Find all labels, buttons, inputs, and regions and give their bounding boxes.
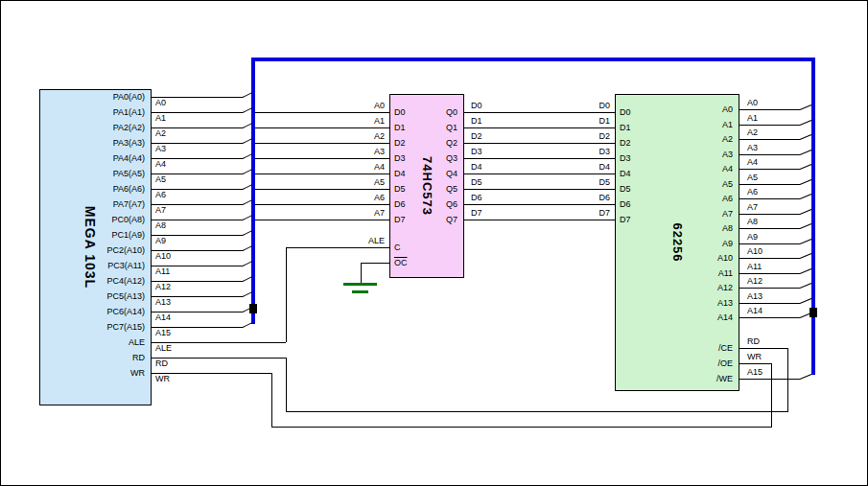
net-label-D2: D2: [598, 132, 610, 141]
pin-label-A11: A11: [718, 268, 733, 278]
wire-segment: [152, 342, 286, 343]
pin-label-WR: WR: [130, 368, 145, 378]
net-label-D0: D0: [598, 102, 610, 110]
pin-label-Q4: Q4: [446, 169, 457, 178]
pin-label-A10: A10: [717, 253, 733, 263]
pin-label-Q3: Q3: [446, 153, 457, 163]
pin-label-PA0(A0): PA0(A0): [113, 92, 145, 102]
net-label-A4: A4: [155, 160, 166, 169]
wire-segment: [464, 174, 615, 174]
pin-label-PA4(A4): PA4(A4): [113, 153, 145, 163]
pin-label-PC4(A12): PC4(A12): [106, 276, 145, 286]
pin-label-PA1(A1): PA1(A1): [113, 107, 145, 117]
gnd-symbol-bar-bottom: [352, 290, 368, 293]
wire-bus-entry-diagonal: [800, 194, 811, 199]
address-bus-left: [251, 58, 255, 324]
pin-label-Q5: Q5: [446, 184, 457, 194]
net-label-A5: A5: [155, 175, 166, 184]
wire-segment: [739, 363, 771, 364]
wire-segment: [739, 303, 800, 304]
pin-label-D5: D5: [620, 184, 631, 194]
pin-label-D7: D7: [620, 215, 631, 224]
wire-segment: [286, 358, 287, 411]
wire-bus-entry-diagonal: [800, 253, 811, 259]
net-label-A6: A6: [747, 188, 758, 197]
pin-label-PA3(A3): PA3(A3): [113, 138, 145, 148]
wire-segment: [739, 154, 800, 155]
wire-segment: [464, 220, 615, 220]
pin-label-A0: A0: [722, 104, 733, 114]
net-label-A14: A14: [747, 307, 762, 315]
net-label-A4: A4: [747, 158, 758, 167]
net-label-A2: A2: [374, 132, 385, 141]
wire-bus-entry-diagonal: [800, 164, 811, 170]
net-label-A4: A4: [374, 163, 385, 172]
pin-label-Q7: Q7: [446, 215, 457, 224]
net-label-A3: A3: [747, 144, 758, 152]
pin-label-PC5(A13): PC5(A13): [106, 291, 145, 301]
pin-label-D6: D6: [620, 199, 631, 209]
net-label-D4: D4: [471, 163, 482, 172]
net-label-A8: A8: [747, 218, 758, 226]
wire-bus-entry-diagonal: [800, 283, 811, 289]
pin-label-OC: OC: [394, 258, 408, 267]
wire-segment: [361, 263, 362, 284]
net-label-D7: D7: [471, 209, 482, 218]
wire-bus-entry-diagonal: [800, 104, 811, 110]
net-label-A3: A3: [374, 148, 385, 156]
pin-label-A2: A2: [722, 134, 733, 144]
pin-label-A8: A8: [722, 223, 733, 233]
pin-label-OE: /OE: [717, 359, 733, 368]
pin-label-D2: D2: [394, 138, 406, 148]
pin-label-WE: /WE: [716, 374, 733, 383]
wire-segment: [464, 143, 615, 144]
wire-bus-entry-diagonal: [243, 322, 252, 328]
net-label-A5: A5: [747, 174, 758, 182]
pin-label-PA6(A6): PA6(A6): [113, 184, 145, 194]
net-label-A0: A0: [747, 99, 758, 107]
net-label-D7: D7: [598, 209, 610, 218]
wire-segment: [739, 273, 800, 274]
net-label-D2: D2: [471, 132, 482, 141]
wire-segment: [739, 228, 800, 229]
pin-label-A9: A9: [722, 239, 733, 248]
pin-label-D3: D3: [394, 153, 406, 163]
pin-label-D4: D4: [620, 169, 631, 178]
net-label-A8: A8: [155, 221, 166, 230]
wire-segment: [286, 247, 287, 342]
net-label-A14: A14: [155, 313, 171, 322]
pin-label-D6: D6: [394, 199, 406, 209]
net-label-A15: A15: [747, 368, 762, 377]
wire-segment: [255, 143, 389, 144]
net-label-A7: A7: [747, 203, 758, 212]
wire-segment: [464, 112, 615, 113]
pin-label-Q6: Q6: [446, 199, 457, 209]
pin-label-PC7(A15): PC7(A15): [106, 322, 145, 332]
pin-label-D2: D2: [620, 138, 631, 148]
net-label-D6: D6: [471, 194, 482, 202]
chip-title-mega-103l: MEGA 103L: [82, 206, 98, 289]
net-label-A7: A7: [374, 209, 385, 218]
pin-label-A12: A12: [717, 283, 733, 292]
wire-segment: [152, 358, 286, 359]
wire-segment: [255, 158, 389, 159]
net-label-ALE: ALE: [368, 237, 385, 245]
net-label-A9: A9: [747, 233, 758, 242]
pin-label-RD: RD: [132, 353, 145, 362]
net-label-A0: A0: [374, 102, 385, 110]
pin-label-A5: A5: [722, 179, 733, 189]
net-label-D6: D6: [598, 194, 610, 202]
net-label-A6: A6: [155, 191, 166, 199]
pin-label-Q2: Q2: [446, 138, 457, 148]
wire-bus-entry-diagonal: [800, 223, 811, 229]
net-label-A1: A1: [374, 117, 385, 126]
net-label-A11: A11: [155, 267, 170, 276]
pin-label-CE: /CE: [718, 343, 733, 353]
net-label-A1: A1: [747, 114, 758, 123]
net-label-D5: D5: [471, 178, 482, 187]
wire-segment: [739, 214, 800, 215]
pin-label-PC2(A10): PC2(A10): [106, 245, 145, 255]
wire-bus-entry-diagonal: [800, 150, 811, 155]
wire-segment: [739, 379, 800, 380]
bus-junction-mark-left: [249, 304, 257, 313]
